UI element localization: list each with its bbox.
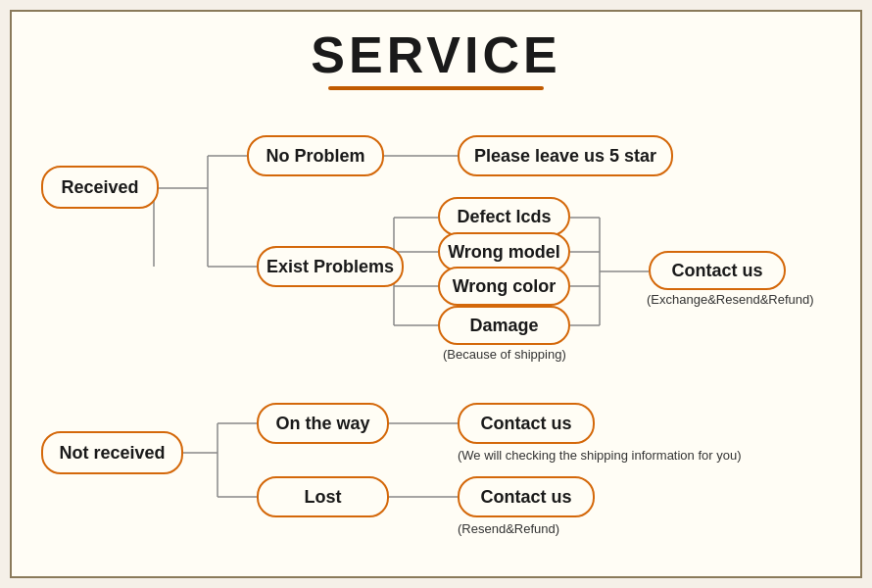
no-problem-box: No Problem: [247, 135, 384, 176]
contact-us-2-box: Contact us: [458, 403, 595, 444]
note-exchange: (Exchange&Resend&Refund): [647, 292, 814, 307]
defect-lcds-box: Defect lcds: [438, 197, 570, 236]
contact-us-3-box: Contact us: [458, 476, 595, 517]
wrong-color-box: Wrong color: [438, 267, 570, 306]
note-resend: (Resend&Refund): [458, 521, 559, 536]
page-container: SERVICE: [10, 10, 862, 578]
please-leave-box: Please leave us 5 star: [458, 135, 673, 176]
page-title: SERVICE: [12, 12, 860, 80]
note-shipping: (Because of shipping): [443, 347, 566, 362]
lost-box: Lost: [257, 476, 389, 517]
on-the-way-box: On the way: [257, 403, 389, 444]
contact-us-1-box: Contact us: [649, 251, 786, 290]
title-underline: [328, 86, 544, 90]
damage-box: Damage: [438, 306, 570, 345]
note-checking: (We will checking the shipping informati…: [458, 448, 742, 463]
received-box: Received: [41, 166, 159, 209]
wrong-model-box: Wrong model: [438, 232, 570, 271]
diagram: Received No Problem Please leave us 5 st…: [12, 115, 860, 576]
not-received-box: Not received: [41, 431, 183, 474]
exist-problems-box: Exist Problems: [257, 246, 404, 287]
